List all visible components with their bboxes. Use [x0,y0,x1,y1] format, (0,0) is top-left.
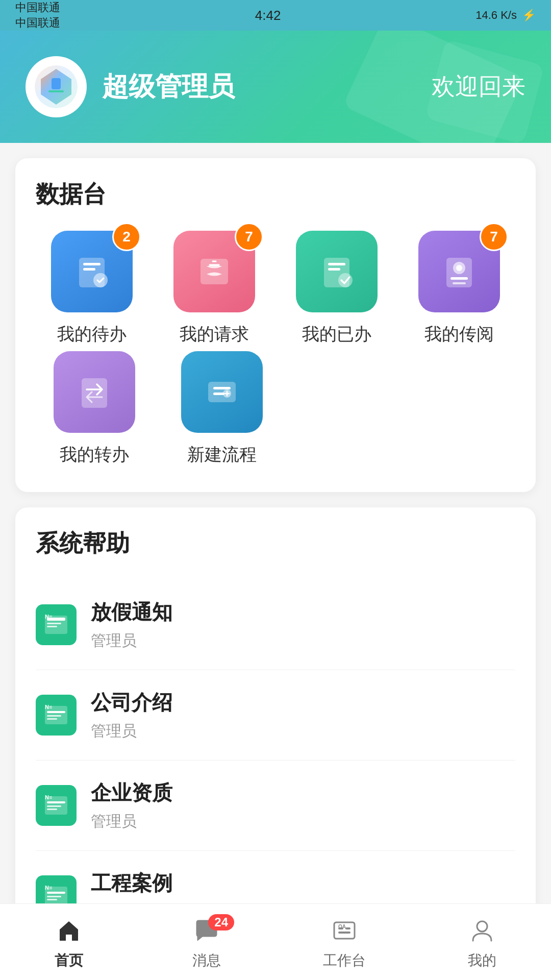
system-help-title: 系统帮助 [36,528,515,559]
done-icon [296,231,378,312]
svg-rect-51 [338,932,350,934]
username: 超级管理员 [102,69,235,105]
svg-point-12 [338,273,353,287]
svg-rect-11 [328,268,340,271]
main-content: 数据台 2 我的待办 [0,143,551,980]
dashboard-item-pending[interactable]: 2 我的待办 [36,231,148,346]
nav-item-mine[interactable]: 我的 [413,914,551,970]
svg-rect-36 [47,805,61,807]
svg-rect-3 [48,90,64,92]
nav-item-workbench[interactable]: OA 工作台 [276,914,413,970]
messages-badge: 24 [208,914,234,930]
home-icon [53,914,85,947]
svg-text:N≡: N≡ [45,794,52,800]
avatar [26,56,87,117]
dashboard-item-done[interactable]: 我的已办 [281,231,393,346]
holiday-icon: N≡ [36,604,77,645]
bottom-nav: 首页 24 消息 OA 工作台 [0,903,551,980]
status-bar: 中国联通 中国联通 4:42 14.6 K/s ⚡ [0,0,551,31]
qualification-icon: N≡ [36,785,77,826]
company-intro-title: 公司介绍 [91,689,172,717]
request-label: 我的请求 [180,323,249,346]
circulate-icon-wrap: 7 [418,231,500,312]
svg-text:N≡: N≡ [45,704,52,710]
transfer-icon [54,351,135,433]
svg-text:N≡: N≡ [45,885,52,891]
qualification-text: 企业资质 管理员 [91,779,172,832]
newflow-label: 新建流程 [187,443,257,467]
request-icon-wrap: 7 [173,231,255,312]
svg-rect-25 [47,623,61,624]
qualification-sub: 管理员 [91,811,172,832]
newflow-icon [181,351,263,433]
svg-rect-19 [208,382,236,402]
svg-rect-20 [213,387,231,389]
dashboard-item-circulate[interactable]: 7 我的传阅 [403,231,515,346]
svg-rect-2 [52,78,61,89]
svg-rect-32 [47,718,57,720]
network-speed: 14.6 K/s [475,9,517,22]
done-label: 我的已办 [302,323,371,346]
svg-rect-18 [82,378,107,408]
company-intro-text: 公司介绍 管理员 [91,689,172,742]
svg-rect-30 [47,711,65,713]
dashboard-item-request[interactable]: 7 我的请求 [158,231,270,346]
help-item-holiday[interactable]: N≡ 放假通知 管理员 [36,580,515,670]
svg-rect-31 [47,715,61,717]
svg-rect-5 [83,263,101,265]
qualification-title: 企业资质 [91,779,172,807]
svg-rect-40 [47,892,65,894]
company-intro-sub: 管理员 [91,721,172,742]
mine-icon [466,914,498,947]
status-right: 14.6 K/s ⚡ [475,9,536,22]
done-icon-wrap [296,231,378,312]
svg-point-15 [456,265,462,271]
project-cases-title: 工程案例 [91,869,172,897]
welcome-text: 欢迎回来 [432,71,525,103]
dashboard-grid: 2 我的待办 7 我的请求 [36,231,515,346]
transfer-icon-wrap [54,351,135,433]
svg-rect-50 [345,927,350,929]
help-item-qualification[interactable]: N≡ 企业资质 管理员 [36,761,515,851]
holiday-text: 放假通知 管理员 [91,598,172,651]
messages-label: 消息 [192,951,221,970]
svg-rect-16 [450,277,468,280]
home-label: 首页 [55,951,83,970]
dashboard-title: 数据台 [36,179,515,210]
holiday-sub: 管理员 [91,630,172,651]
svg-text:N≡: N≡ [45,614,52,620]
help-item-company-intro[interactable]: N≡ 公司介绍 管理员 [36,670,515,761]
header: 超级管理员 欢迎回来 [0,31,551,143]
workbench-label: 工作台 [323,951,366,970]
pending-label: 我的待办 [57,323,127,346]
newflow-icon-wrap [181,351,263,433]
svg-rect-42 [47,899,57,900]
svg-point-53 [477,921,487,932]
mine-label: 我的 [468,951,496,970]
circulate-label: 我的传阅 [424,323,494,346]
nav-item-messages[interactable]: 24 消息 [138,914,276,970]
svg-rect-6 [83,268,95,271]
time-display: 4:42 [255,8,281,23]
company-intro-icon: N≡ [36,695,77,736]
carrier-info: 中国联通 中国联通 [15,0,60,31]
workbench-icon: OA [328,914,361,947]
svg-rect-35 [47,801,65,803]
dashboard-item-newflow[interactable]: 新建流程 [163,351,281,467]
svg-rect-26 [47,626,57,627]
pending-badge: 2 [112,223,141,251]
request-badge: 7 [235,223,263,251]
svg-rect-17 [453,282,466,284]
nav-item-home[interactable]: 首页 [0,914,138,970]
circulate-badge: 7 [480,223,508,251]
pending-icon-wrap: 2 [51,231,133,312]
network-type: ⚡ [522,9,536,22]
svg-rect-41 [47,896,61,897]
transfer-label: 我的转办 [60,443,129,467]
holiday-title: 放假通知 [91,598,172,626]
svg-text:OA: OA [338,924,346,929]
dashboard-item-transfer[interactable]: 我的转办 [36,351,153,467]
svg-rect-8 [201,259,228,284]
dashboard-row2: 我的转办 新建流程 [36,351,515,467]
header-left: 超级管理员 [26,56,235,117]
